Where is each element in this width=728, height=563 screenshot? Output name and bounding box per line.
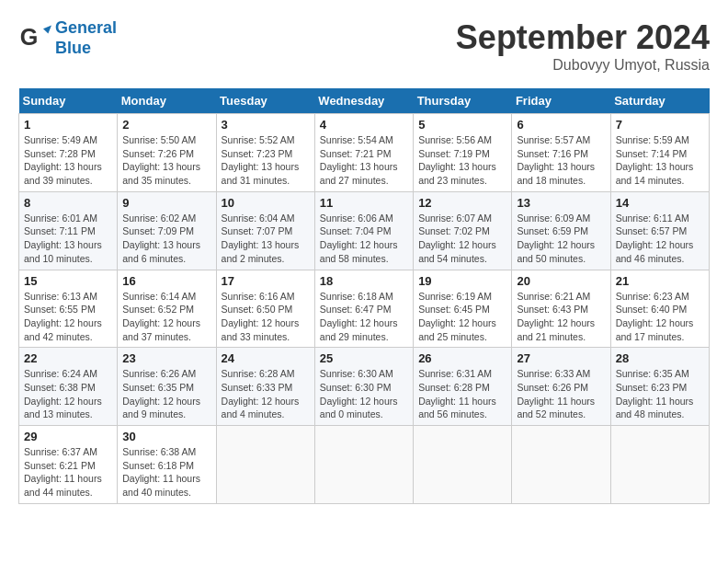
sunrise: Sunrise: 6:01 AM [24,213,97,224]
daylight: Daylight: 13 hours and 6 minutes. [122,239,200,264]
sunrise: Sunrise: 6:14 AM [122,291,196,302]
calendar-cell: 22 Sunrise: 6:24 AM Sunset: 6:38 PM Dayl… [19,348,118,426]
sunrise: Sunrise: 5:52 AM [222,134,295,145]
day-info: Sunrise: 6:06 AM Sunset: 7:04 PM Dayligh… [320,212,408,266]
day-info: Sunrise: 5:56 AM Sunset: 7:19 PM Dayligh… [418,133,506,188]
sunset: Sunset: 6:43 PM [517,304,588,315]
sunrise: Sunrise: 5:49 AM [24,134,97,145]
sunset: Sunset: 7:14 PM [616,148,688,159]
day-info: Sunrise: 6:30 AM Sunset: 6:30 PM Dayligh… [320,367,408,421]
daylight: Daylight: 12 hours and 17 minutes. [616,317,694,342]
sunset: Sunset: 6:50 PM [222,304,293,315]
sunset: Sunset: 7:26 PM [122,148,194,159]
daylight: Daylight: 12 hours and 37 minutes. [122,317,200,342]
daylight: Daylight: 12 hours and 46 minutes. [616,239,694,264]
daylight: Daylight: 12 hours and 9 minutes. [122,396,200,420]
day-number: 17 [222,274,310,288]
calendar-cell: 13 Sunrise: 6:09 AM Sunset: 6:59 PM Dayl… [512,191,610,270]
day-info: Sunrise: 6:18 AM Sunset: 6:47 PM Dayligh… [320,290,408,344]
daylight: Daylight: 13 hours and 31 minutes. [222,161,300,186]
day-info: Sunrise: 6:11 AM Sunset: 6:57 PM Dayligh… [616,212,704,266]
sunrise: Sunrise: 6:26 AM [122,368,196,379]
calendar-cell: 10 Sunrise: 6:04 AM Sunset: 7:07 PM Dayl… [216,191,314,270]
calendar-body: 1 Sunrise: 5:49 AM Sunset: 7:28 PM Dayli… [19,114,710,504]
day-info: Sunrise: 6:02 AM Sunset: 7:09 PM Dayligh… [122,212,210,266]
day-number: 28 [616,351,704,365]
logo: G General Blue [18,18,117,58]
sunrise: Sunrise: 6:11 AM [616,213,689,224]
sunrise: Sunrise: 6:28 AM [222,368,295,379]
sunrise: Sunrise: 6:19 AM [418,291,492,302]
calendar-cell: 28 Sunrise: 6:35 AM Sunset: 6:23 PM Dayl… [610,348,709,426]
daylight: Daylight: 13 hours and 2 minutes. [222,239,300,264]
day-info: Sunrise: 6:19 AM Sunset: 6:45 PM Dayligh… [418,290,506,344]
sunset: Sunset: 7:16 PM [517,148,588,159]
sunset: Sunset: 6:38 PM [24,382,96,393]
daylight: Daylight: 12 hours and 50 minutes. [517,239,595,264]
day-number: 22 [24,351,112,365]
day-number: 14 [616,196,704,210]
daylight: Daylight: 12 hours and 25 minutes. [418,317,496,342]
sunset: Sunset: 6:35 PM [122,382,194,393]
sunset: Sunset: 7:02 PM [418,225,490,236]
calendar-cell: 6 Sunrise: 5:57 AM Sunset: 7:16 PM Dayli… [512,114,610,192]
sunset: Sunset: 6:45 PM [418,304,490,315]
day-number: 11 [320,196,408,210]
day-number: 4 [320,118,408,132]
day-info: Sunrise: 6:28 AM Sunset: 6:33 PM Dayligh… [222,367,310,421]
daylight: Daylight: 11 hours and 44 minutes. [24,473,102,498]
daylight: Daylight: 11 hours and 48 minutes. [616,396,694,420]
header-tuesday: Tuesday [216,88,314,114]
calendar-cell: 7 Sunrise: 5:59 AM Sunset: 7:14 PM Dayli… [610,114,709,192]
day-info: Sunrise: 5:59 AM Sunset: 7:14 PM Dayligh… [616,133,704,188]
day-info: Sunrise: 6:07 AM Sunset: 7:02 PM Dayligh… [418,212,506,266]
daylight: Daylight: 13 hours and 23 minutes. [418,161,496,186]
sunrise: Sunrise: 6:04 AM [222,213,295,224]
sunset: Sunset: 7:23 PM [222,148,293,159]
sunset: Sunset: 6:47 PM [320,304,392,315]
sunrise: Sunrise: 6:35 AM [616,368,689,379]
calendar-cell: 15 Sunrise: 6:13 AM Sunset: 6:55 PM Dayl… [19,270,118,348]
daylight: Daylight: 11 hours and 56 minutes. [418,396,496,420]
sunrise: Sunrise: 6:31 AM [418,368,492,379]
daylight: Daylight: 12 hours and 13 minutes. [24,396,102,420]
day-number: 16 [122,274,210,288]
sunrise: Sunrise: 6:38 AM [122,446,196,457]
day-number: 20 [517,274,605,288]
day-number: 21 [616,274,704,288]
calendar-cell: 27 Sunrise: 6:33 AM Sunset: 6:26 PM Dayl… [512,348,610,426]
header-monday: Monday [118,88,216,114]
header-sunday: Sunday [19,88,118,114]
svg-marker-1 [43,25,51,33]
day-info: Sunrise: 6:35 AM Sunset: 6:23 PM Dayligh… [616,367,704,421]
daylight: Daylight: 13 hours and 14 minutes. [616,161,694,186]
sunset: Sunset: 6:18 PM [122,460,194,471]
calendar-cell: 4 Sunrise: 5:54 AM Sunset: 7:21 PM Dayli… [314,114,413,192]
daylight: Daylight: 13 hours and 18 minutes. [517,161,595,186]
day-info: Sunrise: 6:31 AM Sunset: 6:28 PM Dayligh… [418,367,506,421]
day-number: 27 [517,351,605,365]
calendar-cell: 29 Sunrise: 6:37 AM Sunset: 6:21 PM Dayl… [19,426,118,504]
sunrise: Sunrise: 6:23 AM [616,291,689,302]
sunset: Sunset: 7:21 PM [320,148,392,159]
calendar-cell: 30 Sunrise: 6:38 AM Sunset: 6:18 PM Dayl… [118,426,216,504]
day-number: 2 [122,118,210,132]
day-info: Sunrise: 6:24 AM Sunset: 6:38 PM Dayligh… [24,367,112,421]
day-info: Sunrise: 5:54 AM Sunset: 7:21 PM Dayligh… [320,133,408,188]
sunset: Sunset: 6:21 PM [24,460,96,471]
calendar-cell: 5 Sunrise: 5:56 AM Sunset: 7:19 PM Dayli… [414,114,512,192]
sunrise: Sunrise: 6:33 AM [517,368,590,379]
calendar-cell: 12 Sunrise: 6:07 AM Sunset: 7:02 PM Dayl… [414,191,512,270]
calendar-cell: 2 Sunrise: 5:50 AM Sunset: 7:26 PM Dayli… [118,114,216,192]
day-number: 13 [517,196,605,210]
sunrise: Sunrise: 5:50 AM [122,134,196,145]
header-saturday: Saturday [610,88,709,114]
day-info: Sunrise: 6:21 AM Sunset: 6:43 PM Dayligh… [517,290,605,344]
day-number: 7 [616,118,704,132]
calendar-cell: 17 Sunrise: 6:16 AM Sunset: 6:50 PM Dayl… [216,270,314,348]
sunrise: Sunrise: 6:06 AM [320,213,393,224]
sunrise: Sunrise: 5:56 AM [418,134,492,145]
calendar-cell: 20 Sunrise: 6:21 AM Sunset: 6:43 PM Dayl… [512,270,610,348]
daylight: Daylight: 11 hours and 40 minutes. [122,473,200,498]
calendar-cell [216,426,314,504]
